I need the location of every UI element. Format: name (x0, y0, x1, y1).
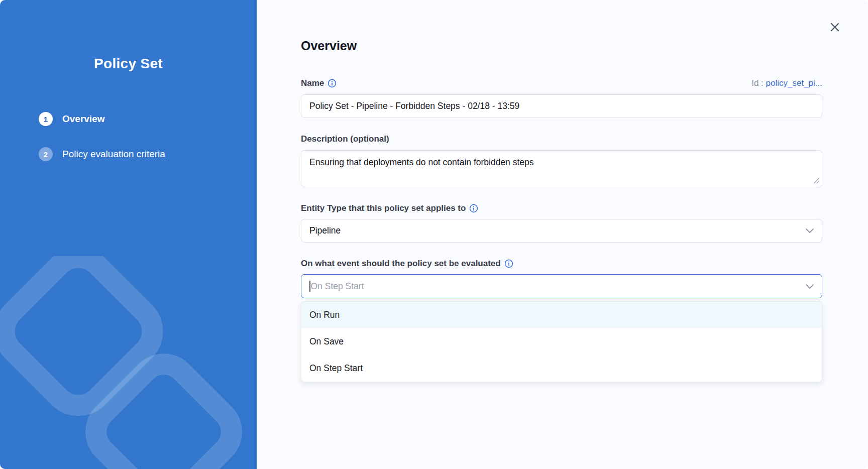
step-label: Policy evaluation criteria (62, 149, 165, 160)
dropdown-option-on-run[interactable]: On Run (301, 302, 822, 328)
info-icon[interactable] (504, 259, 513, 268)
sidebar-title: Policy Set (0, 56, 257, 71)
description-textarea[interactable]: Ensuring that deployments do not contain… (301, 150, 822, 187)
policy-set-modal: Policy Set 1 Overview 2 Policy evaluatio… (0, 0, 868, 469)
dropdown-option-on-step-start[interactable]: On Step Start (301, 355, 822, 382)
chevron-down-icon (806, 228, 814, 233)
entity-type-label: Entity Type that this policy set applies… (301, 203, 478, 213)
chevron-down-icon (806, 284, 814, 289)
event-dropdown-menu: On Run On Save On Step Start (301, 301, 822, 382)
step-number-badge: 2 (39, 147, 53, 161)
entity-type-select[interactable]: Pipeline (301, 219, 822, 243)
wizard-steps: 1 Overview 2 Policy evaluation criteria (0, 112, 257, 161)
wizard-sidebar: Policy Set 1 Overview 2 Policy evaluatio… (0, 0, 257, 469)
close-button[interactable] (828, 20, 842, 34)
info-icon[interactable] (328, 79, 337, 88)
name-label-text: Name (301, 78, 324, 88)
description-label-text: Description (optional) (301, 134, 389, 144)
step-label: Overview (62, 113, 105, 125)
event-label-text: On what event should the policy set be e… (301, 259, 501, 269)
id-link[interactable]: policy_set_pi... (766, 78, 822, 88)
description-label: Description (optional) (301, 134, 389, 144)
event-placeholder: On Step Start (309, 281, 364, 292)
event-placeholder-text: On Step Start (311, 281, 364, 292)
page-title: Overview (301, 38, 822, 53)
overview-form-panel: Overview Name Id : policy_set_pi... Desc… (257, 0, 868, 469)
step-item-policy-evaluation-criteria[interactable]: 2 Policy evaluation criteria (39, 147, 257, 161)
event-select-input[interactable]: On Step Start (301, 274, 822, 298)
name-input[interactable] (301, 94, 822, 118)
close-icon (829, 22, 840, 33)
step-number-badge: 1 (39, 112, 53, 126)
entity-type-label-text: Entity Type that this policy set applies… (301, 203, 466, 213)
text-caret (309, 281, 310, 292)
id-label: Id : (751, 78, 764, 88)
dropdown-option-on-save[interactable]: On Save (301, 328, 822, 355)
entity-type-selected-value: Pipeline (309, 225, 341, 236)
resize-handle-icon[interactable] (813, 177, 820, 184)
entity-id: Id : policy_set_pi... (751, 78, 822, 88)
harness-logo-watermark-icon (0, 256, 257, 469)
info-icon[interactable] (469, 204, 478, 213)
event-label: On what event should the policy set be e… (301, 259, 513, 269)
step-item-overview[interactable]: 1 Overview (39, 112, 257, 126)
name-label: Name (301, 78, 337, 88)
